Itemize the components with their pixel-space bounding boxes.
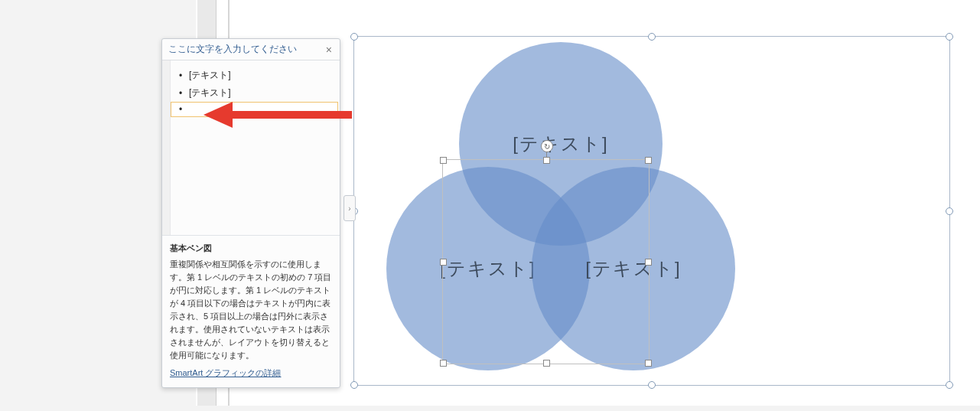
desc-heading: 基本ベン図 xyxy=(170,242,332,255)
resize-handle-tm[interactable] xyxy=(648,33,656,41)
close-icon[interactable]: × xyxy=(324,44,334,55)
shape-handle-bm[interactable] xyxy=(543,360,550,367)
desc-body: 重複関係や相互関係を示すのに使用します。第 1 レベルのテキストの初めの 7 項… xyxy=(170,258,332,362)
chevron-right-icon: › xyxy=(348,204,350,213)
rotate-handle[interactable]: ↻ xyxy=(541,140,553,152)
shape-handle-br[interactable] xyxy=(645,360,652,367)
textpane-item[interactable]: [テキスト] xyxy=(171,84,338,102)
app-gutter-bottom xyxy=(0,406,980,411)
resize-handle-tr[interactable] xyxy=(946,33,953,41)
textpane-item-active[interactable] xyxy=(171,102,338,117)
textpane-title: ここに文字を入力してください xyxy=(168,43,297,56)
textpane-toggle-tab[interactable]: › xyxy=(343,195,356,221)
textpane-list[interactable]: [テキスト] [テキスト] xyxy=(171,60,340,235)
textpane-item[interactable]: [テキスト] xyxy=(171,67,338,84)
resize-handle-mr[interactable] xyxy=(946,207,953,215)
smartart-text-pane[interactable]: ここに文字を入力してください × [テキスト] [テキスト] 基本ベン図 重複関… xyxy=(161,38,340,388)
resize-handle-bm[interactable] xyxy=(648,381,656,389)
vertical-ruler-margin-top xyxy=(197,0,216,38)
textpane-item-label: [テキスト] xyxy=(189,69,231,82)
smartart-details-link[interactable]: SmartArt グラフィックの詳細 xyxy=(170,367,281,380)
resize-handle-br[interactable] xyxy=(946,381,953,389)
shape-handle-tr[interactable] xyxy=(645,157,652,164)
shape-handle-ml[interactable] xyxy=(440,259,447,266)
shape-handle-tl[interactable] xyxy=(440,157,447,164)
shape-handle-tm[interactable] xyxy=(543,157,550,164)
shape-handle-mr[interactable] xyxy=(645,259,652,266)
resize-handle-bl[interactable] xyxy=(350,381,358,389)
shape-handle-bl[interactable] xyxy=(440,360,447,367)
shape-selection[interactable]: ↻ xyxy=(442,159,650,364)
textpane-description: 基本ベン図 重複関係や相互関係を示すのに使用します。第 1 レベルのテキストの初… xyxy=(162,236,340,387)
textpane-input[interactable] xyxy=(189,104,334,115)
textpane-titlebar[interactable]: ここに文字を入力してください × xyxy=(162,39,340,60)
rotate-icon: ↻ xyxy=(544,142,550,151)
resize-handle-tl[interactable] xyxy=(350,33,358,41)
textpane-gutter xyxy=(162,60,171,235)
textpane-item-label: [テキスト] xyxy=(189,86,231,99)
